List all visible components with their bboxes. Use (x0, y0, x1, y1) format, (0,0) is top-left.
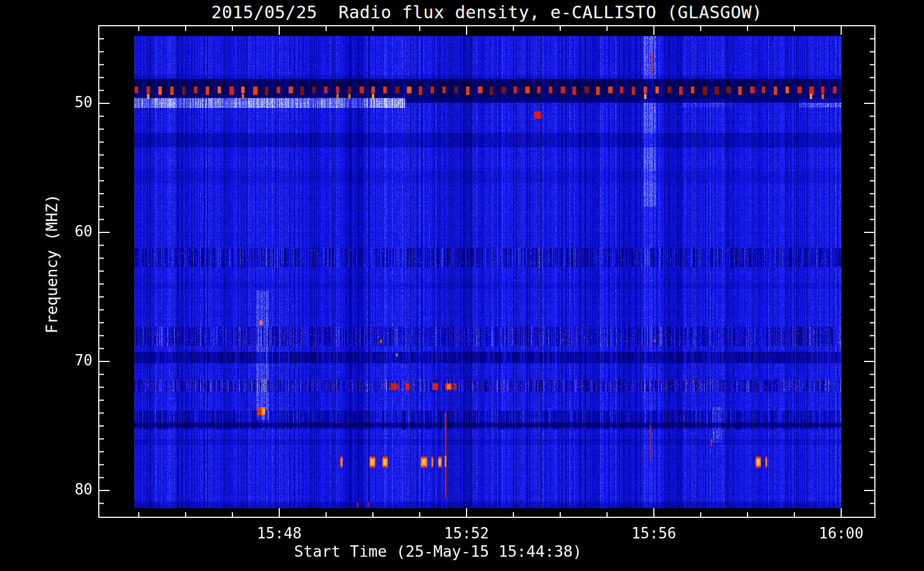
y-tick-label: 70 (40, 352, 93, 369)
y-tick-label: 50 (40, 94, 93, 111)
x-axis-label: Start Time (25-May-15 15:44:38) (267, 542, 609, 560)
x-tick-label: 15:56 (620, 525, 688, 542)
spectrogram-figure: 2015/05/25 Radio flux density, e-CALLIST… (0, 0, 924, 571)
y-tick-label: 60 (40, 223, 93, 240)
y-tick-label: 80 (40, 481, 93, 498)
x-tick-label: 15:52 (432, 525, 501, 542)
x-tick-label: 15:48 (245, 525, 314, 542)
axes-frame-and-ticks (0, 0, 924, 571)
x-tick-label: 16:00 (807, 525, 875, 542)
